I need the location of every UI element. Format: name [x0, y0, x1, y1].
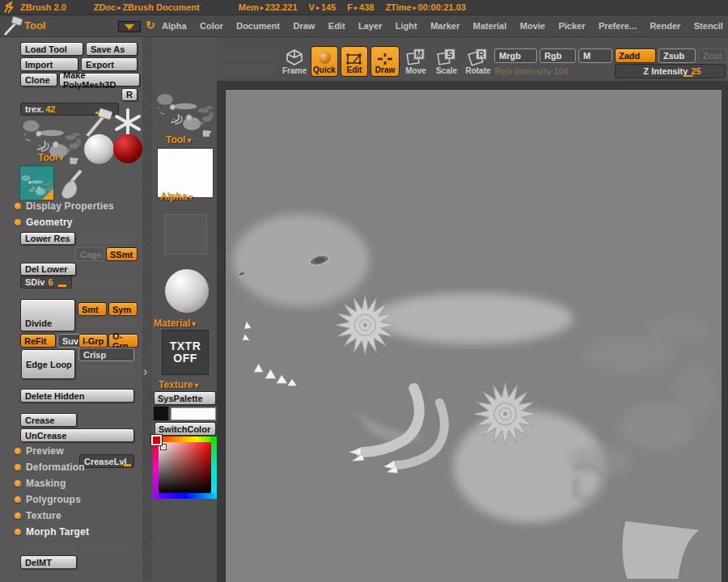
color-picker[interactable] — [153, 436, 217, 499]
section-preview[interactable]: Preview — [15, 445, 64, 457]
zadd-button[interactable]: Zadd — [615, 48, 656, 63]
m-button[interactable]: M — [578, 48, 612, 63]
menu-render[interactable]: Render — [650, 21, 680, 31]
creaselvl-slider[interactable]: CreaseLvl — [79, 454, 134, 468]
main-color-swatch[interactable] — [171, 407, 216, 420]
ssmt-button[interactable]: SSmt — [106, 247, 138, 261]
section-deformation[interactable]: Deformation — [15, 462, 85, 473]
arrow-icon: ▸ — [354, 4, 358, 11]
menu-alpha[interactable]: Alpha — [162, 21, 187, 31]
igrp-button[interactable]: I-Grp — [78, 334, 108, 348]
current-material-sphere[interactable] — [165, 269, 209, 313]
menu-draw[interactable]: Draw — [293, 21, 315, 31]
clone-button[interactable]: Clone — [20, 73, 57, 86]
hue-strip-right[interactable] — [211, 436, 217, 499]
move-mode-button[interactable]: M Move — [402, 46, 430, 77]
rotate-mode-button[interactable]: R Rotate — [463, 46, 493, 77]
section-masking[interactable]: Masking — [15, 478, 66, 489]
delete-hidden-button[interactable]: Delete Hidden — [20, 389, 134, 403]
menu-picker[interactable]: Picker — [558, 21, 585, 31]
tool-selector-label[interactable]: Tool▼ — [38, 152, 65, 163]
menu-marker[interactable]: Marker — [430, 21, 459, 31]
tray-texture-label[interactable]: Texture▼ — [159, 379, 200, 390]
syspalette-button[interactable]: SysPalette — [154, 391, 216, 405]
import-button[interactable]: Import — [20, 57, 78, 71]
switchcolor-button[interactable]: SwitchColor — [154, 422, 216, 436]
make-polymesh3d-button[interactable]: Make PolyMesh3D — [59, 73, 140, 86]
crease-button[interactable]: Crease — [20, 413, 77, 427]
edit-mode-button[interactable]: Edit — [341, 46, 368, 77]
tray-divider[interactable]: › — [142, 37, 152, 582]
refit-button[interactable]: ReFit — [20, 334, 56, 348]
tool-thumbnail-sphere[interactable] — [84, 134, 114, 164]
texture-off-swatch[interactable]: TXTR OFF — [162, 330, 209, 375]
uncrease-button[interactable]: UnCrease — [20, 428, 134, 442]
selected-tool-thumbnail[interactable] — [19, 166, 54, 200]
section-texture[interactable]: Texture — [15, 510, 61, 521]
tray-tool-thumbnail[interactable] — [155, 79, 215, 137]
refresh-icon[interactable]: ↻ — [146, 19, 155, 32]
ztime-value: 00:00:21.03 — [418, 2, 466, 12]
tool-thumbnail-brush[interactable] — [57, 166, 89, 200]
marquee-icon — [345, 53, 363, 65]
divide-button[interactable]: Divide — [20, 299, 75, 331]
frame-button[interactable]: Frame — [281, 46, 308, 77]
hue-strip-top[interactable] — [153, 436, 217, 442]
current-stroke-swatch[interactable] — [164, 214, 207, 255]
trex-model[interactable] — [225, 89, 722, 582]
mrgb-button[interactable]: Mrgb — [494, 48, 537, 63]
section-polygroups[interactable]: Polygroups — [15, 494, 81, 505]
draw-mode-button[interactable]: Draw — [370, 46, 400, 77]
saturation-value-square[interactable] — [159, 442, 211, 493]
menu-color[interactable]: Color — [200, 21, 223, 31]
section-geometry[interactable]: Geometry — [15, 217, 73, 228]
svg-text:M: M — [416, 50, 422, 59]
menu-movie[interactable]: Movie — [520, 21, 545, 31]
z-intensity-slider[interactable]: Z Intensity25 — [615, 64, 726, 78]
save-as-button[interactable]: Save As — [86, 42, 138, 56]
menu-stencil[interactable]: Stencil — [694, 21, 723, 31]
tool-palette-title[interactable]: Tool — [24, 19, 45, 32]
section-display-properties[interactable]: Display Properties — [15, 200, 114, 212]
del-lower-button[interactable]: Del Lower — [20, 263, 76, 276]
secondary-color-swatch[interactable] — [153, 406, 169, 421]
rapid-button[interactable]: R — [121, 88, 138, 101]
delmt-button[interactable]: DelMT — [20, 555, 77, 569]
lower-res-button[interactable]: Lower Res — [20, 232, 75, 245]
menu-material[interactable]: Material — [473, 21, 507, 31]
crisp-button[interactable]: Crisp — [78, 348, 134, 361]
move-gyro-icon: M — [406, 48, 425, 66]
hue-strip-left[interactable] — [153, 436, 159, 499]
scale-mode-button[interactable]: S Scale — [433, 46, 460, 77]
menu-layer[interactable]: Layer — [358, 21, 382, 31]
menu-light[interactable]: Light — [396, 21, 417, 31]
section-dot-icon — [15, 512, 21, 519]
chevron-down-icon — [125, 24, 134, 30]
load-tool-button[interactable]: Load Tool — [20, 42, 83, 56]
rgb-intensity-slider: Rgb Intensity 100 — [495, 66, 610, 78]
menu-edit[interactable]: Edit — [328, 21, 345, 31]
document-canvas[interactable] — [225, 89, 722, 582]
tray-tool-label[interactable]: Tool▼ — [166, 134, 193, 146]
menu-preferences[interactable]: Prefere... — [599, 21, 637, 31]
smt-button[interactable]: Smt — [78, 302, 107, 316]
edge-loop-button[interactable]: Edge Loop — [21, 349, 75, 379]
zdoc-label[interactable]: ZDoc — [94, 2, 116, 12]
menu-document[interactable]: Document — [236, 21, 280, 31]
tray-material-label[interactable]: Material▼ — [154, 318, 197, 329]
hue-strip-bottom[interactable] — [153, 493, 217, 499]
ogrp-button[interactable]: O-Grp — [108, 334, 138, 348]
zsub-button[interactable]: Zsub — [658, 48, 696, 63]
section-morph-target[interactable]: Morph Target — [15, 526, 89, 538]
document-name: ZBrush Document — [122, 2, 199, 12]
tool-palette-dropdown[interactable] — [118, 21, 141, 32]
chevron-down-icon: ▼ — [187, 193, 194, 201]
export-button[interactable]: Export — [81, 57, 138, 71]
rgb-button[interactable]: Rgb — [540, 48, 576, 63]
tool-thumbnail-red-sphere[interactable] — [113, 134, 142, 163]
quick-mode-button[interactable]: Quick — [311, 46, 338, 77]
disabled-control — [218, 48, 277, 61]
vertex-count-value: 145 — [321, 2, 336, 12]
sym-button[interactable]: Sym — [108, 302, 138, 316]
tray-alpha-label[interactable]: Alpha▼ — [160, 191, 194, 202]
